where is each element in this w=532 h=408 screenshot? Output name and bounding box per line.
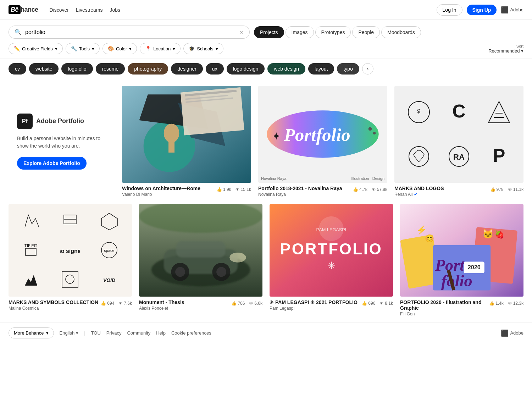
nav-discover[interactable]: Discover	[50, 7, 69, 13]
project-image-windows	[122, 86, 251, 183]
explore-adobe-portfolio-button[interactable]: Explore Adobe Portfolio	[17, 157, 87, 170]
footer-tou[interactable]: TOU	[91, 330, 101, 336]
ap-icon: Pf	[17, 114, 33, 129]
svg-rect-39	[176, 241, 225, 257]
card-meta-pam: ✳ PAM LEGASPI ✳ 2021 PORTFOLIO Pam Legas…	[270, 299, 362, 311]
card-stats-windows: 👍 1.9k 👁 15.1k	[217, 187, 251, 192]
project-image-marks: ♀ C RA P	[394, 86, 523, 183]
svg-text:✦: ✦	[272, 131, 281, 142]
svg-rect-9	[168, 140, 174, 153]
tag-logo-design[interactable]: logo design	[227, 63, 265, 75]
tag-logofolio[interactable]: logofolio	[61, 63, 93, 75]
tag-website[interactable]: website	[29, 63, 59, 75]
views-portfolio: 👁 57.8k	[372, 187, 387, 192]
tab-moodboards[interactable]: Moodboards	[381, 26, 421, 38]
nav-livestreams[interactable]: Livestreams	[76, 7, 102, 13]
filter-location-label: Location	[153, 46, 171, 51]
svg-text:2020: 2020	[468, 264, 481, 270]
verified-icon: ✔	[414, 192, 417, 197]
project-card-portfolio2020[interactable]: Port folio 2020 🐱 🍓 ⚡ 😊 PORTFOLIO 2020 -	[400, 204, 523, 316]
project-card-symbols[interactable]: TIF FIT no signal space VOID MARKS AND S…	[9, 204, 132, 316]
card-stats-portfolio2020: 👍 1.4k 👁 12.3k	[489, 301, 523, 306]
tag-photography[interactable]: photography	[128, 63, 168, 75]
card-title-portfolio: Portfolio 2018-2021 - Novalina Raya	[258, 186, 353, 191]
tag-resume[interactable]: resume	[96, 63, 125, 75]
language-selector[interactable]: English ▾	[60, 330, 79, 336]
signup-button[interactable]: Sign Up	[467, 5, 497, 15]
project-card-windows[interactable]: Windows on Architecture—Rome Valerio Di …	[122, 86, 251, 197]
more-behance-label: More Behance	[14, 330, 44, 336]
card-title-windows: Windows on Architecture—Rome	[122, 186, 217, 191]
search-input[interactable]	[25, 29, 236, 35]
card-title-pam: ✳ PAM LEGASPI ✳ 2021 PORTFOLIO	[270, 299, 362, 305]
footer: More Behance ▾ English ▾ | TOU Privacy C…	[0, 322, 532, 343]
likes-portfolio: 👍 4.7k	[353, 187, 367, 192]
svg-text:🍓: 🍓	[495, 230, 504, 239]
project-card-portfolio[interactable]: ✦ Portfolio Novalina Raya Illustration D…	[258, 86, 387, 197]
tab-prototypes[interactable]: Prototypes	[315, 26, 351, 38]
filter-schools-label: Schools	[197, 46, 213, 51]
graduation-icon: 🎓	[189, 46, 195, 51]
footer-adobe: ⬛ Adobe	[501, 329, 523, 337]
card-author-symbols: Malina Cosmica	[9, 306, 101, 311]
card-author-monument: Alexis Poncelet	[139, 306, 231, 311]
svg-marker-27	[101, 213, 117, 230]
tag-ux[interactable]: ux	[206, 63, 224, 75]
search-bar: 🔍 ✕	[9, 26, 250, 39]
search-icon: 🔍	[15, 29, 22, 35]
card-stats-monument: 👍 706 👁 6.6k	[231, 301, 262, 306]
card-title-marks: MARKS AND LOGOS	[394, 186, 490, 191]
filter-tools[interactable]: 🔧 Tools ▾	[66, 43, 100, 54]
logo[interactable]: Bēhance	[9, 5, 38, 14]
sort-value[interactable]: Recommended ▾	[488, 48, 523, 54]
footer-community[interactable]: Community	[127, 330, 150, 336]
clear-icon[interactable]: ✕	[239, 29, 244, 35]
search-tabs: Projects Images Prototypes People Moodbo…	[254, 26, 421, 38]
project-card-pam[interactable]: PORTFOLIO ✳ PAM LEGASPI ✳ PAM LEGASPI ✳ …	[270, 204, 393, 316]
filter-color-label: Color	[116, 46, 127, 51]
card-meta-portfolio2020: PORTFOLIO 2020 - Illustration and Graphi…	[400, 299, 489, 316]
card-info-marks: MARKS AND LOGOS Rehan Ali ✔ 👍 978 👁 11.1…	[394, 186, 523, 197]
project-card-marks[interactable]: ♀ C RA P MARKS AND LOGOS Rehan Ali ✔ 👍 9…	[394, 86, 523, 197]
tag-layout[interactable]: layout	[308, 63, 334, 75]
footer-privacy[interactable]: Privacy	[106, 330, 122, 336]
nav: Discover Livestreams Jobs	[50, 7, 121, 13]
filter-location[interactable]: 📍 Location ▾	[140, 43, 181, 54]
filter-creative-fields[interactable]: ✏️ Creative Fields ▾	[9, 43, 63, 54]
filter-color[interactable]: 🎨 Color ▾	[102, 43, 137, 54]
svg-point-43	[216, 267, 226, 277]
chevron-down-icon-location: ▾	[173, 46, 175, 51]
card-meta-windows: Windows on Architecture—Rome Valerio Di …	[122, 186, 217, 197]
more-behance-button[interactable]: More Behance ▾	[9, 327, 54, 338]
svg-rect-29	[26, 248, 36, 255]
filter-schools[interactable]: 🎓 Schools ▾	[183, 43, 223, 54]
more-behance-chevron: ▾	[46, 330, 49, 336]
filter-tools-label: Tools	[79, 46, 90, 51]
tag-designer[interactable]: designer	[171, 63, 203, 75]
footer-help[interactable]: Help	[156, 330, 166, 336]
tag-cv[interactable]: cv	[9, 63, 26, 75]
likes-symbols: 👍 694	[101, 301, 114, 306]
adobe-icon: ⬛	[501, 6, 509, 14]
pin-icon: 📍	[145, 46, 151, 51]
svg-text:Portfolio: Portfolio	[284, 125, 350, 145]
svg-point-14	[368, 127, 372, 131]
login-button[interactable]: Log In	[437, 4, 462, 16]
project-image-portfolio2020: Port folio 2020 🐱 🍓 ⚡ 😊	[400, 204, 523, 297]
card-author-portfolio: Novalina Raya	[258, 192, 353, 197]
card-author-portfolio2020: Fili Gon	[400, 311, 489, 316]
tab-projects[interactable]: Projects	[254, 26, 284, 38]
nav-jobs[interactable]: Jobs	[110, 7, 120, 13]
card-meta-monument: Monument - Thesis Alexis Poncelet	[139, 299, 231, 311]
portfolio-author-overlay: Novalina Raya	[261, 176, 287, 181]
tag-web-design[interactable]: web design	[267, 63, 305, 75]
footer-cookies[interactable]: Cookie preferences	[171, 330, 211, 336]
tags-next-button[interactable]: ›	[362, 63, 373, 75]
tab-people[interactable]: People	[352, 26, 380, 38]
likes-windows: 👍 1.9k	[217, 187, 231, 192]
tag-typo[interactable]: typo	[337, 63, 359, 75]
project-card-monument[interactable]: Monument - Thesis Alexis Poncelet 👍 706 …	[139, 204, 262, 316]
tab-images[interactable]: Images	[286, 26, 314, 38]
views-pam: 👁 8.1k	[379, 301, 393, 306]
footer-adobe-icon: ⬛	[501, 329, 509, 337]
